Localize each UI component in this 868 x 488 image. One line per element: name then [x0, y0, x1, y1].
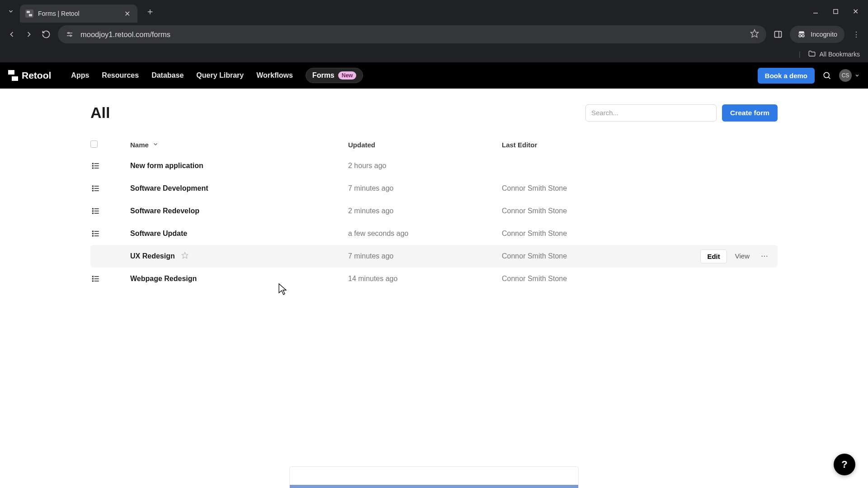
table-body: New form application2 hours agoEditView⋯…: [90, 155, 778, 290]
form-name-text: Software Update: [130, 230, 187, 238]
url-text: moodjoy1.retool.com/forms: [80, 30, 170, 39]
create-form-button[interactable]: Create form: [722, 104, 778, 122]
row-updated: a few seconds ago: [348, 230, 502, 238]
folder-icon: [808, 50, 816, 59]
nav-apps[interactable]: Apps: [71, 71, 89, 80]
row-updated: 2 hours ago: [348, 162, 502, 170]
row-icon-cell: [90, 229, 113, 238]
bottom-peek-banner[interactable]: [289, 466, 579, 488]
column-last-editor[interactable]: Last Editor: [502, 141, 656, 149]
svg-point-31: [92, 208, 93, 209]
tab-search-dropdown[interactable]: [5, 5, 17, 18]
table-row[interactable]: New form application2 hours agoEditView⋯: [90, 155, 778, 177]
nav-workflows[interactable]: Workflows: [256, 71, 293, 80]
svg-rect-0: [27, 11, 30, 13]
incognito-label: Incognito: [811, 31, 837, 38]
forward-icon[interactable]: [24, 29, 34, 40]
row-last-editor: Connor Smith Stone: [502, 207, 656, 215]
sort-icon: [152, 141, 159, 149]
row-name: Webpage Redesign: [113, 275, 348, 283]
page-body: All Create form Name Updated Last Editor…: [0, 89, 868, 488]
svg-point-14: [824, 72, 829, 78]
svg-rect-1: [29, 14, 32, 16]
row-actions: EditView⋯: [656, 249, 778, 263]
retool-logo[interactable]: Retool: [8, 70, 51, 81]
window-controls: ✕: [811, 7, 863, 16]
row-updated: 14 minutes ago: [348, 275, 502, 283]
table-row[interactable]: UX Redesign7 minutes agoConnor Smith Sto…: [90, 245, 778, 267]
tab-favicon-icon: [25, 9, 33, 18]
svg-point-39: [92, 235, 93, 236]
browser-menu-icon[interactable]: ⋮: [851, 29, 862, 40]
new-badge: New: [338, 71, 357, 80]
side-panel-icon[interactable]: [773, 29, 783, 40]
incognito-indicator[interactable]: Incognito: [790, 26, 844, 43]
row-name: Software Development: [113, 184, 348, 192]
app-header: Retool Apps Resources Database Query Lib…: [0, 62, 868, 89]
table-row[interactable]: Webpage Redesign14 minutes agoConnor Smi…: [90, 267, 778, 290]
help-button[interactable]: ?: [834, 454, 855, 475]
browser-tab-active[interactable]: Forms | Retool ✕: [20, 5, 137, 23]
svg-marker-8: [751, 30, 759, 38]
maximize-icon[interactable]: [831, 7, 840, 16]
svg-point-21: [92, 168, 93, 169]
svg-point-20: [92, 165, 93, 166]
svg-point-50: [92, 276, 93, 277]
svg-point-38: [92, 233, 93, 234]
bookmark-star-icon[interactable]: [750, 29, 759, 40]
row-updated: 7 minutes ago: [348, 252, 502, 260]
edit-button[interactable]: Edit: [700, 249, 726, 263]
new-tab-button[interactable]: ＋: [144, 5, 156, 18]
tab-title: Forms | Retool: [38, 10, 123, 17]
table-row[interactable]: Software Development7 minutes agoConnor …: [90, 177, 778, 200]
all-bookmarks-link[interactable]: All Bookmarks: [820, 51, 860, 58]
page-top-bar: All Create form: [90, 104, 778, 122]
nav-forms[interactable]: Forms New: [306, 68, 363, 83]
table-row[interactable]: Software Redevelop2 minutes agoConnor Sm…: [90, 200, 778, 222]
back-icon[interactable]: [6, 29, 17, 40]
nav-resources[interactable]: Resources: [102, 71, 139, 80]
nav-forms-label: Forms: [312, 71, 335, 80]
search-input[interactable]: [585, 104, 717, 122]
row-last-editor: Connor Smith Stone: [502, 252, 656, 260]
svg-rect-9: [775, 31, 782, 37]
incognito-icon: [797, 30, 806, 39]
table-row[interactable]: Software Updatea few seconds agoConnor S…: [90, 222, 778, 245]
retool-mark-icon: [8, 70, 18, 81]
address-bar[interactable]: moodjoy1.retool.com/forms: [58, 25, 766, 43]
more-icon[interactable]: ⋯: [758, 249, 771, 263]
close-tab-icon[interactable]: ✕: [123, 9, 132, 18]
row-name: UX Redesign: [113, 252, 348, 261]
avatar: CS: [839, 69, 852, 82]
search-icon[interactable]: [822, 70, 832, 80]
nav-database[interactable]: Database: [151, 71, 184, 80]
book-demo-button[interactable]: Book a demo: [758, 68, 815, 84]
svg-point-11: [799, 34, 801, 37]
forms-table: Name Updated Last Editor New form applic…: [90, 135, 778, 290]
reload-icon[interactable]: [41, 29, 52, 40]
brand-name: Retool: [22, 70, 51, 81]
column-name-label: Name: [130, 141, 149, 149]
minimize-icon[interactable]: [811, 7, 820, 16]
row-icon-cell: [90, 161, 113, 170]
account-menu[interactable]: CS: [839, 69, 860, 82]
svg-point-19: [92, 163, 93, 164]
column-name[interactable]: Name: [113, 141, 348, 149]
view-button[interactable]: View: [731, 249, 753, 263]
svg-point-51: [92, 278, 93, 279]
select-all-checkbox[interactable]: [90, 141, 113, 149]
divider: |: [799, 51, 801, 58]
form-name-text: Webpage Redesign: [130, 275, 197, 283]
form-list-icon: [91, 229, 113, 238]
close-window-icon[interactable]: ✕: [851, 7, 860, 16]
bookmarks-bar: | All Bookmarks: [0, 46, 868, 62]
column-updated[interactable]: Updated: [348, 141, 502, 149]
row-icon-cell: [90, 206, 113, 216]
site-settings-icon[interactable]: [65, 30, 74, 39]
favorite-star-icon[interactable]: [181, 252, 189, 261]
svg-rect-3: [833, 9, 837, 13]
svg-point-27: [92, 190, 93, 191]
svg-point-25: [92, 186, 93, 187]
primary-nav: Apps Resources Database Query Library Wo…: [71, 68, 363, 83]
nav-query-library[interactable]: Query Library: [196, 71, 244, 80]
